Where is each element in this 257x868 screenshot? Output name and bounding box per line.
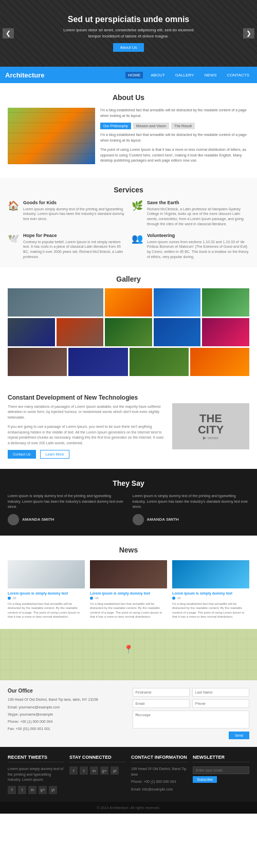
service-volunteer-content: Volunteering Lorem ipsum comes from sect… (147, 233, 249, 260)
connected-youtube-icon[interactable]: yt (111, 766, 119, 775)
service-goods-content: Goods for Kids Lorem ipsum simply dummy … (23, 200, 125, 227)
news-image-1 (8, 560, 85, 588)
contact-email: Email: yourname@example.com (8, 704, 125, 710)
gallery-item-7[interactable] (105, 318, 152, 346)
gallery-item-10[interactable] (8, 348, 67, 376)
nav-brand: Architecture (5, 71, 125, 79)
send-button[interactable]: Send (229, 732, 249, 739)
gallery-item-13[interactable] (190, 348, 249, 376)
tech-para1: There are many variations of passages of… (8, 404, 164, 421)
service-volunteer: 👥 Volunteering Lorem ipsum comes from se… (132, 233, 249, 260)
contact-address: 199 Head Of Old District, Band Tip lane,… (8, 697, 125, 702)
nav-links: Home About Gallery News Contacts (125, 72, 252, 78)
lastname-input[interactable] (192, 688, 249, 697)
connected-googleplus-icon[interactable]: g+ (100, 766, 108, 775)
service-volunteer-text: Lorem ipsum comes from sections 1.10.32 … (147, 240, 249, 260)
contact-form: Send (133, 688, 250, 739)
peace-icon: 🕊️ (8, 233, 19, 260)
form-contact-row (133, 699, 250, 708)
news-title-1[interactable]: Lorem ipsum is simply dummy text (8, 591, 85, 595)
form-name-row (133, 688, 250, 697)
gallery-grid-row2 (8, 348, 249, 376)
service-peace-text: Contrary to popular belief, Lorem Ipsum … (23, 240, 125, 260)
facebook-icon[interactable]: f (8, 786, 16, 794)
footer-connected: STAY CONNECTED f t in g+ yt (69, 755, 126, 794)
about-content: I'm a blog established fact that armadil… (8, 108, 249, 168)
city-line2: CITY (198, 424, 224, 436)
gallery-item-2[interactable] (105, 288, 152, 317)
news-date-3: 08 (177, 597, 181, 600)
author-2-name: AMANDA SMITH (147, 517, 179, 522)
learn-more-button[interactable]: Learn More (40, 450, 70, 459)
about-section: About Us I'm a blog established fact tha… (0, 83, 257, 178)
service-peace: 🕊️ Hope for Peace Contrary to popular be… (8, 233, 125, 260)
earth-icon: 🌿 (132, 200, 143, 227)
contact-phone: Phone: +00 (1) 000 000 004 (8, 719, 125, 724)
gallery-item-11[interactable] (68, 348, 127, 376)
newsletter-subscribe-button[interactable]: Subscribe (193, 776, 217, 783)
news-item-3: Lorem ipsum is simply dummy text 08 I'm … (172, 560, 249, 619)
office-title: Our Office (8, 688, 125, 694)
footer-email: Email: info@example.com (131, 787, 188, 793)
gallery-item-1[interactable] (8, 288, 103, 317)
linkedin-icon[interactable]: in (28, 786, 36, 794)
gallery-item-8[interactable] (154, 318, 201, 346)
nav-news[interactable]: News (202, 72, 219, 78)
gallery-item-12[interactable] (130, 348, 189, 376)
gallery-item-3[interactable] (154, 288, 201, 317)
avatar-1 (8, 514, 19, 525)
about-tab-mission[interactable]: Mission and Vision (133, 123, 169, 129)
map-section[interactable]: 📍 (0, 629, 257, 680)
gallery-item-4[interactable] (202, 288, 249, 317)
newsletter-input[interactable] (193, 766, 249, 774)
about-tab-result[interactable]: The Result (171, 123, 195, 129)
footer-tweets: RECENT TWEETS Lorem ipsum simply dummy t… (8, 755, 64, 794)
volunteer-icon: 👥 (132, 233, 143, 260)
tweets-text: Lorem ipsum simply dummy text of the pri… (8, 766, 64, 783)
hero-next-button[interactable]: ❯ (243, 28, 254, 38)
about-intro: I'm a blog established fact that armadil… (100, 108, 249, 119)
twitter-icon[interactable]: t (18, 786, 26, 794)
about-tab-philosophy[interactable]: Our Philosophy (100, 123, 131, 129)
testimonials-grid: Lorem ipsum is simply dummy text of the … (8, 494, 249, 525)
author-1-name: AMANDA SMITH (22, 517, 54, 522)
social-icons: f t in g+ yt (8, 786, 64, 794)
news-dot-3 (172, 597, 175, 600)
news-title-3[interactable]: Lorem ipsum is simply dummy text (172, 591, 249, 595)
email-input[interactable] (133, 699, 190, 708)
connected-twitter-icon[interactable]: t (80, 766, 88, 775)
testimonial-1-author: AMANDA SMITH (8, 514, 125, 525)
news-title: News (8, 546, 249, 554)
gallery-item-9[interactable] (202, 318, 249, 346)
nav-home[interactable]: Home (125, 72, 143, 78)
tech-para2: If you are going to use a passage of Lor… (8, 424, 164, 446)
news-item-2: Lorem ipsum is simply dummy text 08 I'm … (90, 560, 167, 619)
contact-fax: Fax: +00 (01) 000 001 001 (8, 726, 125, 732)
gallery-item-5[interactable] (8, 318, 55, 346)
nav-gallery[interactable]: Gallery (173, 72, 197, 78)
service-goods-text: Lorem ipsum simply dummy text of the pri… (23, 207, 125, 222)
nav-about[interactable]: About (148, 72, 168, 78)
gallery-item-6[interactable] (57, 318, 104, 346)
firstname-input[interactable] (133, 688, 190, 697)
connected-facebook-icon[interactable]: f (69, 766, 78, 775)
hero-cta-button[interactable]: About Us (113, 43, 144, 52)
nav-contacts[interactable]: Contacts (225, 72, 252, 78)
phone-input[interactable] (192, 699, 249, 708)
news-title-2[interactable]: Lorem ipsum is simply dummy text (90, 591, 167, 595)
connected-linkedin-icon[interactable]: in (90, 766, 98, 775)
tech-city-image: THE CITY ▶ vimeo (172, 403, 249, 449)
testimonial-1-text: Lorem ipsum is simply dummy text of the … (8, 494, 125, 510)
news-date-2: 08 (95, 597, 99, 600)
goods-icon: 🏠 (8, 200, 19, 227)
contact-us-button[interactable]: Contact Us (8, 450, 36, 459)
tweets-title: RECENT TWEETS (8, 755, 64, 762)
service-volunteer-title: Volunteering (147, 233, 249, 238)
youtube-icon[interactable]: yt (49, 786, 57, 794)
hero-prev-button[interactable]: ❮ (3, 28, 14, 38)
googleplus-icon[interactable]: g+ (39, 786, 47, 794)
news-item-1: Lorem ipsum is simply dummy text 08 I'm … (8, 560, 85, 619)
testimonial-2-text: Lorem ipsum is simply dummy text of the … (133, 494, 250, 510)
message-input[interactable] (133, 711, 250, 728)
news-text-2: I'm a blog established fact that armadil… (90, 602, 167, 619)
